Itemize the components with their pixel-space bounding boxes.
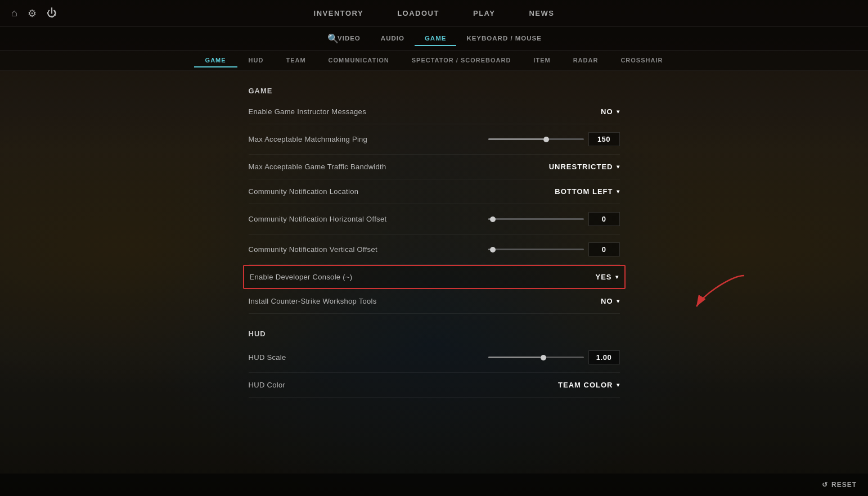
setting-community-notif-v-offset: Community Notification Vertical Offset [249, 235, 620, 265]
community-notif-location-value: BOTTOM LEFT [555, 187, 613, 196]
developer-console-dropdown[interactable]: YES ▾ [595, 273, 618, 281]
sub-tab-item[interactable]: ITEM [522, 54, 561, 67]
matchmaking-ping-control [488, 132, 620, 146]
game-traffic-dropdown[interactable]: UNRESTRICTED ▾ [549, 163, 620, 171]
sub-tab-crosshair[interactable]: CROSSHAIR [609, 54, 674, 67]
hud-scale-fill [488, 357, 541, 358]
game-instructor-label: Enable Game Instructor Messages [249, 107, 601, 116]
nav-loadout[interactable]: LOADOUT [397, 7, 439, 20]
hud-scale-track[interactable] [488, 357, 584, 358]
setting-matchmaking-ping: Max Acceptable Matchmaking Ping [249, 124, 620, 155]
hud-scale-slider-container [488, 357, 584, 358]
community-h-track[interactable] [488, 218, 584, 220]
settings-tab-group: VIDEO AUDIO GAME KEYBOARD / MOUSE [327, 31, 552, 46]
game-instructor-arrow: ▾ [617, 109, 620, 115]
workshop-tools-value: NO [601, 297, 613, 305]
game-instructor-control: NO ▾ [601, 107, 620, 116]
matchmaking-ping-label: Max Acceptable Matchmaking Ping [249, 135, 488, 143]
setting-game-instructor: Enable Game Instructor Messages NO ▾ [249, 100, 620, 124]
hud-scale-input[interactable] [588, 350, 620, 364]
settings-content: Game Enable Game Instructor Messages NO … [0, 71, 868, 474]
game-sub-tabs: GAME HUD TEAM COMMUNICATION SPECTATOR / … [0, 51, 868, 71]
game-instructor-value: NO [601, 107, 613, 116]
workshop-tools-label: Install Counter-Strike Workshop Tools [249, 297, 601, 305]
settings-icon[interactable]: ⚙ [28, 7, 37, 20]
hud-color-dropdown[interactable]: TEAM COLOR ▾ [558, 381, 619, 389]
tab-audio[interactable]: AUDIO [371, 31, 415, 46]
main-nav: INVENTORY LOADOUT PLAY NEWS [314, 7, 555, 20]
sub-tab-communication[interactable]: COMMUNICATION [317, 54, 401, 67]
sub-tab-spectator[interactable]: SPECTATOR / SCOREBOARD [401, 54, 523, 67]
tab-game[interactable]: GAME [415, 31, 457, 46]
community-notif-location-dropdown[interactable]: BOTTOM LEFT ▾ [555, 187, 619, 196]
nav-play[interactable]: PLAY [473, 7, 495, 20]
section-spacer [249, 314, 620, 327]
tab-keyboard[interactable]: KEYBOARD / MOUSE [456, 31, 552, 46]
reset-button[interactable]: ↺ RESET [822, 481, 857, 489]
matchmaking-ping-fill [488, 138, 544, 140]
game-instructor-dropdown[interactable]: NO ▾ [601, 107, 620, 116]
hud-section-label: Hud [249, 330, 620, 338]
matchmaking-ping-thumb [543, 137, 549, 142]
community-notif-v-offset-label: Community Notification Vertical Offset [249, 245, 488, 254]
settings-main-group: Game Enable Game Instructor Messages NO … [237, 87, 631, 398]
workshop-tools-arrow: ▾ [617, 298, 620, 304]
reset-label: RESET [831, 481, 857, 489]
reset-icon: ↺ [822, 481, 828, 489]
game-traffic-arrow: ▾ [617, 164, 620, 170]
hud-color-value: TEAM COLOR [558, 381, 613, 389]
setting-community-notif-h-offset: Community Notification Horizontal Offset [249, 204, 620, 235]
game-section-label: Game [249, 87, 620, 95]
top-nav: ⌂ ⚙ ⏻ INVENTORY LOADOUT PLAY NEWS [0, 0, 868, 27]
community-v-slider-container [488, 249, 584, 250]
matchmaking-ping-track[interactable] [488, 138, 584, 140]
sub-tab-game[interactable]: GAME [194, 54, 237, 67]
community-notif-h-offset-control [488, 212, 620, 226]
game-traffic-value: UNRESTRICTED [549, 163, 613, 171]
workshop-tools-dropdown[interactable]: NO ▾ [601, 297, 620, 305]
community-h-offset-input[interactable] [588, 212, 620, 226]
setting-workshop-tools: Install Counter-Strike Workshop Tools NO… [249, 289, 620, 314]
sub-tab-hud[interactable]: HUD [237, 54, 275, 67]
game-traffic-control: UNRESTRICTED ▾ [549, 163, 620, 171]
home-icon[interactable]: ⌂ [11, 7, 17, 19]
setting-game-traffic: Max Acceptable Game Traffic Bandwidth UN… [249, 155, 620, 179]
developer-console-value: YES [595, 273, 611, 281]
hud-scale-thumb [541, 355, 546, 360]
hud-scale-control [488, 350, 620, 364]
developer-console-control: YES ▾ [595, 273, 618, 281]
community-v-offset-input[interactable] [588, 242, 620, 256]
matchmaking-ping-slider-container [488, 138, 584, 140]
hud-color-control: TEAM COLOR ▾ [558, 381, 619, 389]
community-v-track[interactable] [488, 249, 584, 250]
nav-inventory[interactable]: INVENTORY [314, 7, 364, 20]
settings-category-tabs: 🔍 VIDEO AUDIO GAME KEYBOARD / MOUSE [0, 27, 868, 51]
search-icon[interactable]: 🔍 [327, 33, 339, 44]
sub-tab-team[interactable]: TEAM [275, 54, 317, 67]
matchmaking-ping-input[interactable] [588, 132, 620, 146]
top-nav-left: ⌂ ⚙ ⏻ [11, 7, 57, 20]
hud-color-arrow: ▾ [617, 382, 620, 388]
workshop-tools-control: NO ▾ [601, 297, 620, 305]
community-notif-location-arrow: ▾ [617, 188, 620, 195]
power-icon[interactable]: ⏻ [47, 7, 57, 19]
bottom-bar: ↺ RESET [0, 474, 868, 496]
setting-developer-console: Enable Developer Console (~) YES ▾ [243, 265, 626, 289]
setting-hud-scale: HUD Scale [249, 342, 620, 373]
developer-console-arrow: ▾ [615, 274, 619, 280]
sub-tab-radar[interactable]: RADAR [562, 54, 610, 67]
hud-color-label: HUD Color [249, 381, 559, 389]
developer-console-label: Enable Developer Console (~) [250, 273, 596, 281]
nav-news[interactable]: NEWS [529, 7, 554, 20]
community-h-thumb [490, 217, 496, 222]
community-notif-location-label: Community Notification Location [249, 187, 555, 196]
setting-community-notif-location: Community Notification Location BOTTOM L… [249, 179, 620, 204]
hud-scale-label: HUD Scale [249, 353, 488, 362]
community-notif-h-offset-label: Community Notification Horizontal Offset [249, 215, 488, 223]
community-notif-location-control: BOTTOM LEFT ▾ [555, 187, 619, 196]
game-traffic-label: Max Acceptable Game Traffic Bandwidth [249, 163, 549, 171]
setting-hud-color: HUD Color TEAM COLOR ▾ [249, 373, 620, 398]
community-v-thumb [490, 247, 496, 252]
community-h-slider-container [488, 218, 584, 220]
community-notif-v-offset-control [488, 242, 620, 256]
